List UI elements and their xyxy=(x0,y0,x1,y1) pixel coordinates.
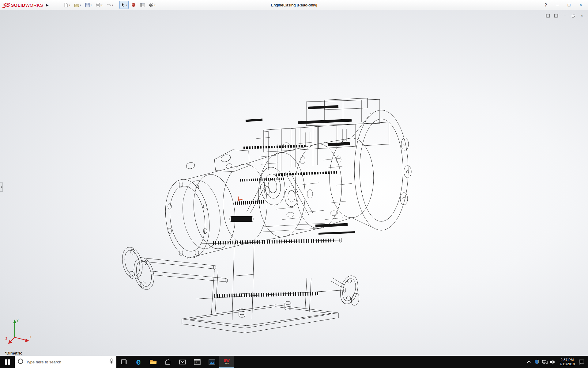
select-cursor-icon xyxy=(121,2,126,7)
dock-pane-right-button[interactable] xyxy=(554,13,559,18)
brand-text-bold: SOLID xyxy=(11,2,25,8)
brand-text-light: WORKS xyxy=(25,2,43,8)
design-table-icon xyxy=(140,2,145,8)
featuremanager-collapse-tab[interactable] xyxy=(0,182,3,192)
y-axis-arrow xyxy=(13,320,16,323)
select-tool-button[interactable]: ▾ xyxy=(119,1,129,9)
cortana-icon[interactable] xyxy=(17,358,24,366)
dropdown-arrow-icon: ▾ xyxy=(101,4,103,6)
defender-tray-button[interactable] xyxy=(533,356,541,368)
start-icon xyxy=(5,359,10,365)
doc-close-button[interactable]: × xyxy=(579,13,584,18)
collapse-arrow-icon xyxy=(1,186,2,188)
hidden-icons-button[interactable] xyxy=(525,356,533,368)
command-prompt-button[interactable]: >_ xyxy=(190,356,205,368)
x-axis-arrow xyxy=(25,339,29,342)
print-button[interactable]: ▾ xyxy=(94,1,104,9)
solidworks-logo: ƷS SOLID WORKS xyxy=(0,2,45,8)
pinned-apps: e >_ SW 2017 xyxy=(116,356,234,368)
open-icon xyxy=(74,2,79,8)
dock-pane-left-button[interactable] xyxy=(545,13,550,18)
microphone-icon[interactable] xyxy=(109,358,114,365)
action-center-icon xyxy=(579,359,584,365)
solidworks-taskbar-button[interactable]: SW 2017 xyxy=(219,356,234,368)
dropdown-arrow-icon: ▾ xyxy=(91,4,92,6)
appearance-button[interactable] xyxy=(130,1,137,9)
task-view-icon xyxy=(120,359,127,365)
dropdown-arrow-icon: ▾ xyxy=(154,4,156,6)
photos-button[interactable] xyxy=(205,356,219,368)
defender-shield-icon xyxy=(535,359,539,364)
minimize-button[interactable]: − xyxy=(554,1,561,9)
file-explorer-button[interactable] xyxy=(146,356,160,368)
mail-button[interactable] xyxy=(175,356,190,368)
quick-toolbar: ▾ ▾ ▾ ▾ ▾ ▾ ▾ xyxy=(62,1,157,9)
edge-icon: e xyxy=(136,358,141,366)
store-button[interactable] xyxy=(160,356,175,368)
search-box[interactable] xyxy=(15,356,116,368)
z-axis-label: Z xyxy=(6,337,7,340)
mail-icon xyxy=(179,359,186,365)
options-button[interactable]: ▾ xyxy=(147,1,157,9)
restore-icon xyxy=(572,14,575,17)
network-tray-button[interactable] xyxy=(541,356,549,368)
dropdown-arrow-icon: ▾ xyxy=(126,4,127,6)
volume-icon xyxy=(550,360,555,364)
save-icon xyxy=(85,2,90,8)
x-axis-label: X xyxy=(29,335,32,339)
start-button[interactable] xyxy=(0,356,15,368)
menu-expander-button[interactable]: ▶ xyxy=(45,2,50,8)
taskbar: e >_ SW 2017 xyxy=(0,356,588,368)
y-axis-label: Y xyxy=(17,319,19,323)
save-button[interactable]: ▾ xyxy=(84,1,93,9)
clock-time: 2:37 PM xyxy=(560,358,575,362)
options-gear-icon xyxy=(149,2,154,8)
maximize-button[interactable]: □ xyxy=(565,1,573,9)
undo-button[interactable]: ▾ xyxy=(105,1,115,9)
orientation-triad: Y X Z xyxy=(5,315,33,345)
appearance-sphere-icon xyxy=(131,2,136,7)
dock-pane-left-icon xyxy=(546,14,550,17)
new-document-icon xyxy=(63,2,69,8)
clock-date: 7/11/2018 xyxy=(560,362,575,366)
task-view-button[interactable] xyxy=(116,356,131,368)
help-button[interactable]: ? xyxy=(542,1,549,9)
design-table-button[interactable] xyxy=(138,1,146,9)
network-icon xyxy=(542,360,548,364)
dropdown-arrow-icon: ▾ xyxy=(112,4,113,6)
hidden-icons-chevron-icon xyxy=(527,361,531,363)
engine-wireframe-model xyxy=(0,10,588,356)
dock-pane-right-icon xyxy=(554,14,558,17)
print-icon xyxy=(96,2,101,8)
window-controls: ? − □ × xyxy=(542,1,588,9)
search-input[interactable] xyxy=(26,360,107,364)
console-prompt-glyph: >_ xyxy=(196,361,199,363)
dropdown-arrow-icon: ▾ xyxy=(69,4,70,6)
view-orientation-label: *Dimetric xyxy=(5,351,22,355)
dropdown-arrow-icon: ▾ xyxy=(80,4,81,6)
doc-restore-button[interactable] xyxy=(571,13,576,18)
photos-icon xyxy=(209,359,215,365)
titlebar: ƷS SOLID WORKS ▶ ▾ ▾ ▾ ▾ ▾ ▾ xyxy=(0,0,588,10)
origin-marker xyxy=(238,195,243,201)
undo-icon xyxy=(106,2,111,8)
system-tray: 2:37 PM 7/11/2018 xyxy=(525,356,588,368)
new-document-button[interactable]: ▾ xyxy=(62,1,72,9)
solidworks-icon: SW xyxy=(224,359,229,362)
doc-minimize-button[interactable]: − xyxy=(562,13,567,18)
solidworks-year-label: 2017 xyxy=(224,362,229,365)
store-icon xyxy=(165,359,171,365)
action-center-button[interactable] xyxy=(578,356,586,368)
document-window-controls: − × xyxy=(545,13,584,18)
graphics-area[interactable]: − × xyxy=(0,10,588,356)
edge-button[interactable]: e xyxy=(131,356,146,368)
file-explorer-icon xyxy=(149,359,157,365)
volume-tray-button[interactable] xyxy=(549,356,557,368)
close-button[interactable]: × xyxy=(577,1,584,9)
open-button[interactable]: ▾ xyxy=(73,1,82,9)
taskbar-clock[interactable]: 2:37 PM 7/11/2018 xyxy=(557,358,578,366)
solidworks-logo-glyph: ƷS xyxy=(2,2,10,8)
